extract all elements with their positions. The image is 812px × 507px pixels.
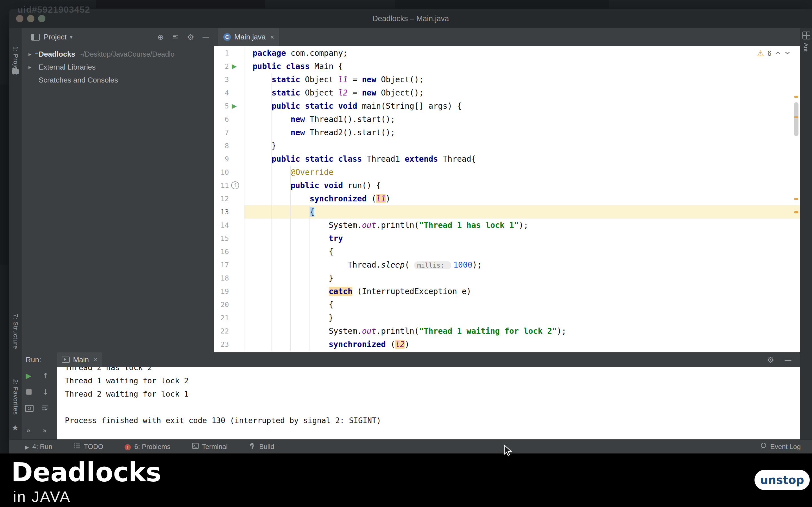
code-line-17[interactable]: 17 Thread.sleep( millis: 1000); bbox=[214, 258, 800, 272]
line-number: 10 bbox=[214, 166, 229, 179]
more-right-button[interactable]: » bbox=[43, 427, 47, 434]
code-text: } bbox=[244, 139, 800, 152]
run-gutter-icon[interactable]: ▶ bbox=[232, 60, 237, 73]
folder-icon[interactable] bbox=[12, 69, 19, 74]
code-line-6[interactable]: 6 new Thread1().start(); bbox=[214, 113, 800, 126]
code-line-10[interactable]: 10 @Override bbox=[214, 166, 800, 179]
down-button[interactable]: ↓ bbox=[43, 388, 49, 396]
code-line-4[interactable]: 4 static Object l2 = new Object(); bbox=[214, 86, 800, 100]
run-console[interactable]: Thread 2 has lock 2Thread 1 waiting for … bbox=[57, 367, 800, 439]
scrollbar-thumb[interactable] bbox=[794, 102, 799, 136]
code-line-5[interactable]: 5▶ public static void main(String[] args… bbox=[214, 100, 800, 113]
ant-icon[interactable] bbox=[802, 32, 810, 40]
collapse-all-icon[interactable] bbox=[172, 33, 179, 41]
tool-strip-structure[interactable]: 7: Structure bbox=[12, 314, 19, 349]
gutter bbox=[229, 47, 244, 60]
chevron-down-icon[interactable]: ▾ bbox=[70, 34, 72, 40]
code-text: public class Main { bbox=[244, 60, 800, 73]
titlebar[interactable]: Deadlocks – Main.java bbox=[9, 9, 812, 29]
background-window bbox=[96, 0, 265, 8]
code-line-2[interactable]: 2▶public class Main { bbox=[214, 60, 800, 73]
soft-wrap-button[interactable] bbox=[42, 404, 49, 412]
tab-main-java[interactable]: C Main.java × bbox=[218, 28, 280, 46]
unstop-logo-text: unstop bbox=[760, 473, 804, 487]
code-line-9[interactable]: 9 public static class Thread1 extends Th… bbox=[214, 152, 800, 166]
code-line-14[interactable]: 14 System.out.println("Thread 1 has lock… bbox=[214, 219, 800, 232]
code-line-15[interactable]: 15 try bbox=[214, 232, 800, 245]
code-line-13[interactable]: 13 { bbox=[214, 205, 800, 219]
code-line-23[interactable]: 23 synchronized (l2) bbox=[214, 338, 800, 351]
statusbar-item-6-problems[interactable]: !6: Problems bbox=[124, 443, 170, 451]
code-line-22[interactable]: 22 System.out.println("Thread 1 waiting … bbox=[214, 325, 800, 338]
override-gutter-icon[interactable]: ↑ bbox=[231, 181, 239, 189]
code-line-21[interactable]: 21 } bbox=[214, 311, 800, 325]
project-panel[interactable]: ▸Deadlocks~/Desktop/JavaCourse/Deadlo▸Ex… bbox=[22, 46, 214, 352]
hide-icon[interactable]: — bbox=[202, 33, 209, 41]
warning-scroll-mark[interactable] bbox=[794, 96, 798, 98]
tree-item-deadlocks[interactable]: ▸Deadlocks~/Desktop/JavaCourse/Deadlo bbox=[22, 48, 214, 61]
editor-scrollbar[interactable] bbox=[794, 46, 799, 352]
gutter bbox=[229, 139, 244, 152]
gutter: ↑ bbox=[229, 179, 244, 192]
gutter bbox=[229, 219, 244, 232]
line-number: 13 bbox=[214, 205, 229, 219]
statusbar-item-terminal[interactable]: Terminal bbox=[192, 443, 228, 451]
warning-scroll-mark[interactable] bbox=[794, 116, 798, 118]
gutter bbox=[229, 311, 244, 325]
code-line-8[interactable]: 8 } bbox=[214, 139, 800, 152]
right-tool-strip: Ant bbox=[800, 28, 812, 439]
statusbar-item-build[interactable]: Build bbox=[249, 443, 274, 451]
console-line: Thread 1 waiting for lock 2 bbox=[65, 374, 800, 387]
settings-icon[interactable]: ⚙ bbox=[187, 33, 194, 42]
favorites-star-icon[interactable]: ★ bbox=[11, 423, 18, 432]
gutter bbox=[229, 113, 244, 126]
statusbar-item-4-run[interactable]: ▶4: Run bbox=[25, 443, 52, 451]
up-button[interactable]: ↑ bbox=[43, 372, 49, 379]
code-line-18[interactable]: 18 } bbox=[214, 272, 800, 285]
statusbar-item-todo[interactable]: TODO bbox=[74, 443, 103, 451]
run-gutter-icon[interactable]: ▶ bbox=[232, 100, 237, 113]
line-number: 15 bbox=[214, 232, 229, 245]
tree-item-path: ~/Desktop/JavaCourse/Deadlo bbox=[79, 50, 174, 58]
warning-scroll-mark[interactable] bbox=[794, 211, 798, 213]
locate-icon[interactable]: ⊕ bbox=[157, 33, 164, 41]
statusbar-item-label: 4: Run bbox=[33, 443, 52, 451]
more-left-button[interactable]: » bbox=[26, 427, 31, 434]
tool-strip-favorites[interactable]: 2: Favorites bbox=[12, 379, 19, 415]
gutter bbox=[229, 126, 244, 139]
tab-close-icon[interactable]: × bbox=[270, 33, 274, 41]
statusbar-item-event-log[interactable]: Event Log bbox=[760, 443, 801, 451]
code-text: static Object l1 = new Object(); bbox=[244, 73, 800, 86]
code-line-20[interactable]: 20 { bbox=[214, 298, 800, 311]
project-header-label[interactable]: Project bbox=[44, 33, 66, 41]
chevron-right-icon[interactable]: ▸ bbox=[26, 64, 34, 70]
tool-strip-ant[interactable]: Ant bbox=[802, 43, 809, 52]
code-line-16[interactable]: 16 { bbox=[214, 245, 800, 258]
code-line-19[interactable]: 19 catch (InterruptedException e) bbox=[214, 285, 800, 298]
code-text: catch (InterruptedException e) bbox=[244, 285, 800, 298]
code-line-11[interactable]: 11↑ public void run() { bbox=[214, 179, 800, 192]
warning-icon: ⚠ bbox=[757, 49, 764, 58]
code-editor[interactable]: 1package com.company;2▶public class Main… bbox=[214, 46, 800, 352]
next-warning-button[interactable] bbox=[784, 51, 791, 56]
tree-item-scratches-and-consoles[interactable]: Scratches and Consoles bbox=[22, 73, 214, 87]
run-tab-close-icon[interactable]: × bbox=[93, 356, 97, 363]
chevron-right-icon[interactable]: ▸ bbox=[26, 51, 34, 57]
gutter bbox=[229, 73, 244, 86]
run-tab-main[interactable]: Main × bbox=[57, 352, 102, 367]
prev-warning-button[interactable] bbox=[775, 51, 781, 56]
statusbar-item-label: TODO bbox=[84, 443, 103, 451]
line-number: 22 bbox=[214, 325, 229, 338]
code-line-3[interactable]: 3 static Object l1 = new Object(); bbox=[214, 73, 800, 86]
code-line-7[interactable]: 7 new Thread2().start(); bbox=[214, 126, 800, 139]
settings-icon[interactable]: ⚙ bbox=[767, 355, 774, 365]
rerun-button[interactable]: ▶ bbox=[26, 372, 31, 379]
stop-button[interactable] bbox=[26, 388, 32, 396]
warning-scroll-mark[interactable] bbox=[794, 198, 798, 200]
code-line-1[interactable]: 1package com.company; bbox=[214, 47, 800, 60]
tree-item-external-libraries[interactable]: ▸External Libraries bbox=[22, 61, 214, 73]
screenshot-button[interactable] bbox=[25, 405, 34, 413]
code-line-12[interactable]: 12 synchronized (l1) bbox=[214, 192, 800, 205]
run-play-icon: ▶ bbox=[25, 443, 29, 451]
hide-icon[interactable]: — bbox=[784, 356, 792, 364]
